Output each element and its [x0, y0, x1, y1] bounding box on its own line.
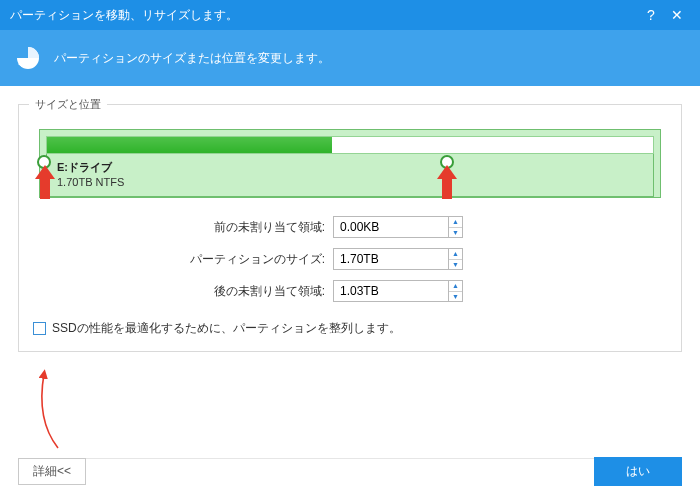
window-title: パーティションを移動、リサイズします。 — [10, 7, 238, 24]
partition-info: E:ドライブ 1.70TB NTFS — [46, 154, 654, 197]
unalloc-before-label: 前の未割り当て領域: — [33, 219, 333, 236]
spin-up-icon[interactable]: ▲ — [449, 249, 462, 260]
help-icon[interactable]: ? — [638, 7, 664, 23]
titlebar: パーティションを移動、リサイズします。 ? ✕ — [0, 0, 700, 30]
annotation-arrow-right — [437, 165, 457, 199]
partition-track[interactable] — [46, 136, 654, 154]
unalloc-before-input[interactable]: ▲▼ — [333, 216, 463, 238]
spin-down-icon[interactable]: ▼ — [449, 228, 462, 238]
size-fields: 前の未割り当て領域: ▲▼ パーティションのサイズ: ▲▼ 後の未割り当て領域:… — [33, 216, 667, 302]
ssd-align-label: SSDの性能を最適化するために、パーティションを整列します。 — [52, 320, 401, 337]
partition-size-input[interactable]: ▲▼ — [333, 248, 463, 270]
partition-used-fill — [47, 137, 332, 153]
footer: 詳細<< はい — [0, 457, 700, 486]
partition-diagram[interactable]: E:ドライブ 1.70TB NTFS — [39, 129, 661, 198]
spin-up-icon[interactable]: ▲ — [449, 281, 462, 292]
size-position-group: サイズと位置 E:ドライブ 1.70TB NTFS 前の未割り当て領域: — [18, 104, 682, 352]
drive-size: 1.70TB NTFS — [57, 176, 643, 188]
app-logo-icon — [14, 44, 42, 72]
group-legend: サイズと位置 — [29, 97, 107, 112]
checkbox-box-icon[interactable] — [33, 322, 46, 335]
partition-size-label: パーティションのサイズ: — [33, 251, 333, 268]
unalloc-before-field[interactable] — [334, 217, 448, 237]
spin-up-icon[interactable]: ▲ — [449, 217, 462, 228]
unalloc-after-label: 後の未割り当て領域: — [33, 283, 333, 300]
detail-button[interactable]: 詳細<< — [18, 458, 86, 485]
annotation-arrow-left — [35, 165, 55, 199]
drive-name: E:ドライブ — [57, 160, 643, 175]
spin-down-icon[interactable]: ▼ — [449, 292, 462, 302]
partition-size-field[interactable] — [334, 249, 448, 269]
header: パーティションのサイズまたは位置を変更します。 — [0, 30, 700, 86]
close-icon[interactable]: ✕ — [664, 7, 690, 23]
unalloc-after-input[interactable]: ▲▼ — [333, 280, 463, 302]
spin-down-icon[interactable]: ▼ — [449, 260, 462, 270]
header-subtitle: パーティションのサイズまたは位置を変更します。 — [54, 50, 330, 67]
ssd-align-checkbox[interactable]: SSDの性能を最適化するために、パーティションを整列します。 — [33, 320, 667, 337]
annotation-curve-arrow — [30, 370, 70, 454]
ok-button[interactable]: はい — [594, 457, 682, 486]
unalloc-after-field[interactable] — [334, 281, 448, 301]
